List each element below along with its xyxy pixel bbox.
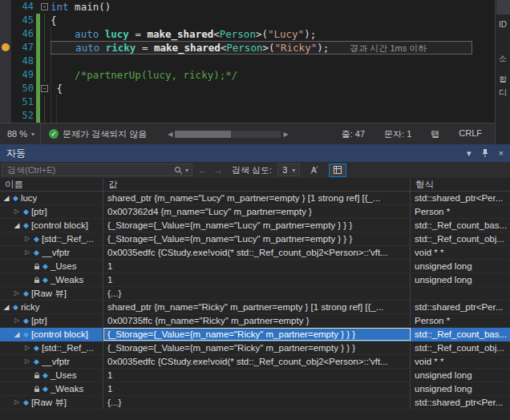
code-content[interactable]: auto lucy = make_shared<Person>("Lucy");	[51, 27, 495, 41]
pin-icon[interactable]	[481, 148, 489, 158]
tree-row-std-_Ref_[interactable]: ▷◆[std::_Ref_...{_Storage={_Value={m_nam…	[0, 341, 510, 355]
scrollbar-track[interactable]	[175, 131, 281, 138]
scroll-left-icon[interactable]: ◀	[168, 131, 172, 138]
tree-row-Raw[interactable]: ▷◆[Raw 뷰]{...}	[0, 287, 510, 301]
tree-row-ptr[interactable]: ▷◆[ptr]0x007362d4 {m_name="Lucy" m_partn…	[0, 205, 510, 219]
scroll-right-icon[interactable]: ▶	[283, 131, 288, 138]
autos-window-titlebar[interactable]: 자동 ▾ ×	[0, 144, 510, 162]
breakpoint-margin[interactable]	[0, 55, 11, 68]
code-content[interactable]: {	[51, 14, 495, 27]
search-icon[interactable]	[174, 166, 183, 175]
value-cell[interactable]: 1	[103, 260, 411, 273]
column-indicator[interactable]: 문자: 1	[384, 128, 411, 140]
value-cell[interactable]: 1	[103, 369, 411, 382]
column-header-value[interactable]: 값	[103, 178, 411, 191]
scrollbar-thumb[interactable]	[175, 131, 231, 138]
code-content[interactable]: int main()	[51, 0, 495, 14]
fold-collapse-icon[interactable]: -	[41, 3, 48, 10]
code-content[interactable]: /*partnerUp(lucy, ricky);*/	[51, 68, 495, 82]
breakpoint-margin[interactable]	[0, 14, 11, 27]
health-indicator[interactable]: ✓ 문제가 검색되지 않음	[49, 128, 147, 140]
value-cell[interactable]: {_Storage={_Value={m_name="Lucy" m_partn…	[103, 232, 411, 245]
tree-row-_Weaks[interactable]: ◆_Weaks1unsigned long	[0, 382, 510, 396]
horizontal-scrollbar[interactable]: ◀ ▶	[168, 131, 288, 138]
column-header-name[interactable]: 이름	[0, 178, 103, 191]
code-content[interactable]	[51, 109, 495, 123]
collapse-arrow-icon[interactable]: ◢	[13, 328, 21, 341]
code-content[interactable]: auto ricky = make_shared<Person>("Ricky"…	[51, 41, 472, 55]
column-header-type[interactable]: 형식	[411, 178, 510, 191]
tree-row-std-_Ref_[interactable]: ▷◆[std::_Ref_...{_Storage={_Value={m_nam…	[0, 232, 510, 246]
expand-arrow-icon[interactable]: ▷	[23, 246, 31, 259]
breakpoint-margin[interactable]	[0, 82, 11, 95]
search-box[interactable]: ▾	[2, 164, 192, 176]
collapse-arrow-icon[interactable]: ◢	[2, 301, 10, 313]
value-cell[interactable]: shared_ptr {m_name="Ricky" m_partner=emp…	[103, 301, 411, 313]
fold-margin[interactable]: -	[40, 82, 51, 95]
tree-row-__vfptr[interactable]: ▷◆__vfptr0x0035edfc {CStudy.exe!void(* s…	[0, 355, 510, 369]
line-indicator[interactable]: 줄: 47	[342, 128, 365, 140]
tree-row-_Weaks[interactable]: ◆_Weaks1unsigned long	[0, 273, 510, 287]
hex-display-toggle-button[interactable]: A	[306, 164, 323, 177]
fold-margin[interactable]	[40, 109, 51, 123]
code-content[interactable]	[51, 95, 495, 109]
fold-margin[interactable]	[40, 27, 51, 41]
value-cell[interactable]: 0x0035edfc {CStudy.exe!void(* std::_Ref_…	[103, 355, 411, 368]
tree-row-control-block[interactable]: ◢◆[control block]{_Storage={_Value={m_na…	[0, 219, 510, 232]
tree-row-control-block[interactable]: ◢◆[control block]{_Storage={_Value={m_na…	[0, 328, 510, 341]
fold-margin[interactable]	[40, 14, 51, 27]
show-type-column-toggle-button[interactable]	[329, 164, 346, 177]
value-cell[interactable]: {...}	[103, 396, 411, 409]
fold-margin[interactable]	[40, 68, 51, 82]
value-cell[interactable]: 1	[103, 273, 411, 286]
tree-row-Raw[interactable]: ▷◆[Raw 뷰]{...}std::shared_ptr<Per...	[0, 396, 510, 410]
eol-indicator[interactable]: CRLF	[459, 128, 482, 140]
right-dock-strip[interactable]: ID소합디	[495, 0, 510, 144]
expand-arrow-icon[interactable]: ▷	[13, 287, 21, 300]
right-dock-scrollbar-thumb[interactable]	[496, 0, 510, 14]
search-forward-icon[interactable]: →	[213, 164, 223, 176]
breakpoint-margin[interactable]	[0, 68, 11, 82]
value-cell[interactable]: shared_ptr {m_name="Lucy" m_partner=empt…	[103, 192, 411, 204]
tree-row-lucy[interactable]: ◢◆lucyshared_ptr {m_name="Lucy" m_partne…	[0, 192, 510, 205]
breakpoint-margin[interactable]	[0, 109, 11, 123]
value-cell[interactable]: 0x00735ffc {m_name="Ricky" m_partner=emp…	[103, 314, 411, 327]
breakpoint-margin[interactable]	[0, 95, 11, 109]
tree-row-__vfptr[interactable]: ▷◆__vfptr0x0035edfc {CStudy.exe!void(* s…	[0, 246, 510, 260]
fold-collapse-icon[interactable]: -	[41, 85, 48, 92]
search-depth-select[interactable]: 3 ▾	[277, 164, 300, 176]
breakpoint-margin[interactable]	[0, 41, 11, 55]
tab-indicator[interactable]: 탭	[431, 128, 439, 140]
code-editor[interactable]: 44-int main()45{46 auto lucy = make_shar…	[0, 0, 495, 123]
value-cell[interactable]: {_Storage={_Value={m_name="Ricky" m_part…	[103, 328, 411, 341]
collapse-arrow-icon[interactable]: ◢	[13, 219, 21, 232]
breakpoint-margin[interactable]	[0, 0, 11, 14]
code-content[interactable]: {	[51, 82, 495, 95]
tree-row-ricky[interactable]: ◢◆rickyshared_ptr {m_name="Ricky" m_part…	[0, 301, 510, 314]
collapse-arrow-icon[interactable]: ◢	[2, 192, 10, 204]
breakpoint-margin[interactable]	[0, 27, 11, 41]
tree-row-_Uses[interactable]: ◆_Uses1unsigned long	[0, 369, 510, 382]
fold-margin[interactable]	[40, 41, 51, 55]
expand-arrow-icon[interactable]: ▷	[13, 314, 21, 327]
fold-margin[interactable]: -	[40, 0, 51, 14]
zoom-control[interactable]: 88 % ▾	[0, 123, 40, 144]
expand-arrow-icon[interactable]: ▷	[13, 396, 21, 409]
expand-arrow-icon[interactable]: ▷	[13, 205, 21, 218]
close-icon[interactable]: ×	[499, 149, 504, 158]
search-back-icon[interactable]: ←	[198, 164, 208, 176]
value-cell[interactable]: {_Storage={_Value={m_name="Lucy" m_partn…	[103, 219, 411, 232]
window-position-icon[interactable]: ▾	[467, 149, 472, 158]
value-cell[interactable]: 0x0035edfc {CStudy.exe!void(* std::_Ref_…	[103, 246, 411, 259]
expand-arrow-icon[interactable]: ▷	[23, 355, 31, 368]
fold-margin[interactable]	[40, 55, 51, 68]
expand-arrow-icon[interactable]: ▷	[23, 341, 31, 354]
fold-margin[interactable]	[40, 95, 51, 109]
tree-row-ptr[interactable]: ▷◆[ptr]0x00735ffc {m_name="Ricky" m_part…	[0, 314, 510, 328]
value-cell[interactable]: {_Storage={_Value={m_name="Ricky" m_part…	[103, 341, 411, 354]
chevron-down-icon[interactable]: ▾	[185, 167, 188, 174]
value-cell[interactable]: {...}	[103, 287, 411, 300]
search-input[interactable]	[6, 164, 172, 176]
value-cell[interactable]: 0x007362d4 {m_name="Lucy" m_partner=empt…	[103, 205, 411, 218]
value-cell[interactable]: 1	[103, 382, 411, 395]
